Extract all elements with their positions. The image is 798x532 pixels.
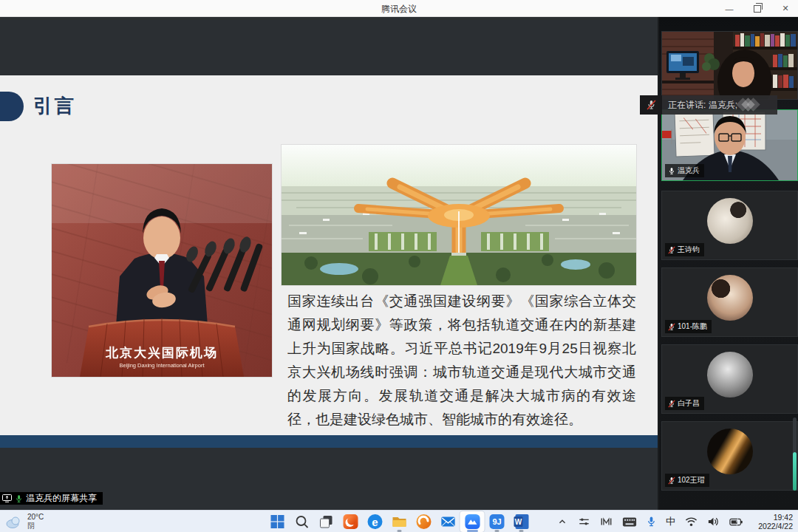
slide-paragraph: 国家连续出台《交通强国建设纲要》《国家综合立体交通网规划纲要》等政策，将包括轨道… [287, 290, 636, 432]
cloud-icon [5, 516, 23, 528]
taskbar-clock[interactable]: 19:42 2022/4/22 [758, 513, 793, 531]
tencent-meeting-app-button[interactable] [460, 511, 485, 532]
tray-sliders-icon[interactable] [578, 516, 590, 528]
folder-icon [391, 514, 407, 530]
participant-name-badge: 白子昌 [665, 397, 704, 410]
mic-muted-icon [668, 246, 675, 254]
tencent-meeting-window: 腾讯会议 — ✕ 引言 [0, 0, 798, 532]
windows-taskbar: 20°C 阴 [0, 510, 798, 532]
battery-plugged-icon[interactable] [729, 517, 743, 527]
task-view-button[interactable] [314, 511, 338, 532]
mic-on-icon [15, 494, 23, 503]
minimize-button[interactable]: — [724, 4, 734, 14]
presentation-slide: 引言 [0, 75, 658, 435]
tray-chevron-up-icon[interactable] [556, 516, 568, 528]
edge-browser-button[interactable]: e [363, 511, 387, 532]
slide-heading: 引言 [33, 93, 76, 119]
blue-app-button[interactable]: 9J [485, 511, 509, 532]
screen-share-label: 温克兵的屏幕共享 [26, 492, 97, 505]
browser-app-button[interactable] [412, 511, 436, 532]
word-icon: W [513, 514, 529, 530]
mic-muted-icon [647, 100, 656, 110]
participants-scrollbar[interactable] [793, 417, 797, 491]
video-tile-baizichang[interactable]: 白子昌 [661, 344, 798, 414]
word-app-button[interactable]: W [509, 511, 533, 532]
speaking-indicator: 正在讲话: 温克兵; [640, 95, 777, 115]
mail-icon [440, 514, 456, 530]
volume-icon[interactable] [707, 516, 720, 527]
weather-widget[interactable]: 20°C 阴 [5, 511, 44, 532]
speaking-logo-diamonds [743, 100, 758, 109]
avatar [707, 352, 753, 398]
mic-on-icon [668, 167, 675, 175]
restore-icon [754, 5, 761, 13]
windows-start-icon [270, 514, 284, 529]
tencent-meeting-icon [464, 514, 480, 530]
input-method-indicator[interactable]: 中 [666, 515, 675, 528]
screen-share-banner: 温克兵的屏幕共享 [0, 492, 103, 505]
heading-accent-shape [0, 92, 24, 121]
participant-name-badge: 102王瑁 [665, 474, 709, 487]
tray-app-m-icon[interactable] [600, 516, 613, 528]
participant-name-badge: 温克兵 [665, 164, 704, 177]
participant-name: 白子昌 [678, 398, 700, 409]
window-controls: — ✕ [724, 0, 791, 17]
participant-name: 温克兵 [678, 166, 700, 176]
speaking-label: 正在讲话: 温克兵; [668, 99, 737, 112]
close-button[interactable]: ✕ [780, 4, 791, 14]
date: 2022/4/22 [758, 522, 793, 531]
participant-name-badge: 101-陈鹏 [665, 320, 712, 333]
avatar [707, 198, 753, 244]
participant-name: 王诗钧 [678, 245, 700, 255]
office-app-button[interactable] [338, 511, 363, 532]
shared-screen-area: 引言 [0, 17, 658, 510]
touch-keyboard-icon[interactable] [622, 516, 637, 528]
search-button[interactable] [290, 511, 314, 532]
podium-title-cn: 北京大兴国际机场 [105, 346, 218, 360]
start-button[interactable] [265, 511, 290, 532]
participant-name-badge: 王诗钧 [665, 243, 704, 256]
weather-condition: 阴 [27, 522, 44, 531]
airport-aerial-photo [282, 145, 636, 285]
meeting-main-area: 引言 [0, 17, 798, 510]
video-tile-wenkebing[interactable]: 温克兵 [661, 109, 798, 181]
mic-muted-icon [668, 400, 675, 408]
system-tray: 中 [556, 511, 743, 532]
svg-text:e: e [372, 516, 378, 528]
titlebar: 腾讯会议 — ✕ [0, 0, 798, 17]
scrollbar-thumb[interactable] [793, 452, 797, 491]
search-icon [294, 514, 309, 529]
mic-muted-icon [668, 323, 675, 331]
podium-speech-photo: 北京大兴国际机场 Beijing Daxing International Ai… [52, 164, 272, 377]
avatar [707, 429, 753, 474]
browser-icon [415, 514, 432, 530]
edge-icon: e [366, 514, 383, 530]
slide-bottom-bar [0, 435, 658, 448]
tray-mic-active-icon[interactable] [647, 516, 656, 528]
avatar [707, 275, 753, 321]
file-explorer-button[interactable] [387, 511, 412, 532]
video-tile-wangshijun[interactable]: 王诗钧 [661, 191, 798, 260]
window-title: 腾讯会议 [0, 3, 798, 16]
time: 19:42 [758, 513, 793, 522]
video-feed [662, 32, 798, 100]
blue-app-icon: 9J [488, 514, 505, 530]
podium-title-en: Beijing Daxing International Airport [119, 362, 205, 369]
svg-text:9J: 9J [492, 517, 501, 526]
mail-app-button[interactable] [436, 511, 460, 532]
participant-name: 102王瑁 [678, 475, 705, 485]
office-icon [342, 514, 358, 530]
video-tile-wangmao[interactable]: 102王瑁 [661, 421, 798, 491]
screen-share-icon [2, 494, 12, 502]
restore-button[interactable] [752, 4, 763, 14]
video-tile-chenpeng[interactable]: 101-陈鹏 [661, 267, 798, 337]
video-tile-speaker[interactable] [661, 31, 798, 100]
weather-temp: 20°C [27, 513, 44, 522]
wifi-icon[interactable] [685, 516, 698, 527]
participants-panel: 温克兵 王诗钧 [658, 17, 798, 510]
participant-name: 101-陈鹏 [678, 321, 707, 332]
speaking-mic-box [640, 95, 662, 115]
task-view-icon [318, 514, 333, 529]
mic-muted-icon [668, 477, 675, 485]
svg-text:W: W [514, 518, 522, 526]
